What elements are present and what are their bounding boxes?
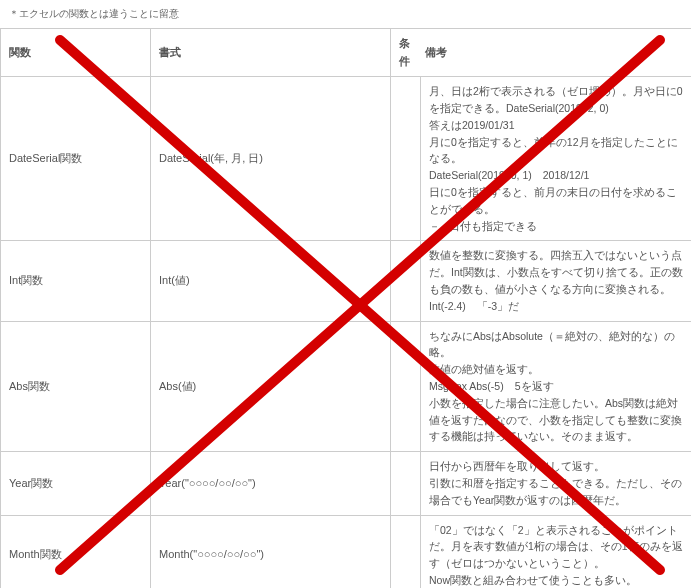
cell-name: DateSerial関数: [1, 77, 151, 241]
cell-expr: DateSerial(年, 月, 日): [151, 77, 391, 241]
cell-name: Year関数: [1, 452, 151, 515]
caption-row: ＊エクセルの関数とは違うことに留意: [1, 0, 692, 29]
cell-note: 月、日は2桁で表示される（ゼロ埋め）。月や日に0を指定できる。DateSeria…: [421, 77, 692, 241]
cell-expr: Year("○○○○/○○/○○"): [151, 452, 391, 515]
function-table: ＊エクセルの関数とは違うことに留意 関数 書式 条件 備考 DateSerial…: [0, 0, 691, 588]
sheet-container: ＊エクセルの関数とは違うことに留意 関数 書式 条件 備考 DateSerial…: [0, 0, 691, 588]
cell-name: Abs関数: [1, 321, 151, 452]
cell-note: 数値を整数に変換する。四捨五入ではないという点だ。Int関数は、小数点をすべて切…: [421, 241, 692, 321]
table-row: Month関数Month("○○○○/○○/○○")「02」ではなく「2」と表示…: [1, 515, 692, 588]
cell-note: ちなみにAbsはAbsolute（＝絶対の、絶対的な）の略。 数値の絶対値を返す…: [421, 321, 692, 452]
sheet-caption: ＊エクセルの関数とは違うことに留意: [1, 0, 692, 29]
header-note: 備考: [421, 29, 692, 77]
cell-expr: Int(値): [151, 241, 391, 321]
cell-cond: [391, 321, 421, 452]
header-expr: 書式: [151, 29, 391, 77]
cell-name: Month関数: [1, 515, 151, 588]
header-row: 関数 書式 条件 備考: [1, 29, 692, 77]
cell-expr: Month("○○○○/○○/○○"): [151, 515, 391, 588]
table-row: Int関数Int(値)数値を整数に変換する。四捨五入ではないという点だ。Int関…: [1, 241, 692, 321]
cell-cond: [391, 515, 421, 588]
header-cond: 条件: [391, 29, 421, 77]
table-row: Year関数Year("○○○○/○○/○○")日付から西暦年を取り出して返す。…: [1, 452, 692, 515]
cell-cond: [391, 241, 421, 321]
table-row: Abs関数Abs(値)ちなみにAbsはAbsolute（＝絶対の、絶対的な）の略…: [1, 321, 692, 452]
table-row: DateSerial関数DateSerial(年, 月, 日)月、日は2桁で表示…: [1, 77, 692, 241]
header-name: 関数: [1, 29, 151, 77]
cell-note: 「02」ではなく「2」と表示されることがポイントだ。月を表す数値が1桁の場合は、…: [421, 515, 692, 588]
cell-cond: [391, 77, 421, 241]
cell-name: Int関数: [1, 241, 151, 321]
cell-cond: [391, 452, 421, 515]
cell-note: 日付から西暦年を取り出して返す。 引数に和暦を指定することもできる。ただし、その…: [421, 452, 692, 515]
cell-expr: Abs(値): [151, 321, 391, 452]
